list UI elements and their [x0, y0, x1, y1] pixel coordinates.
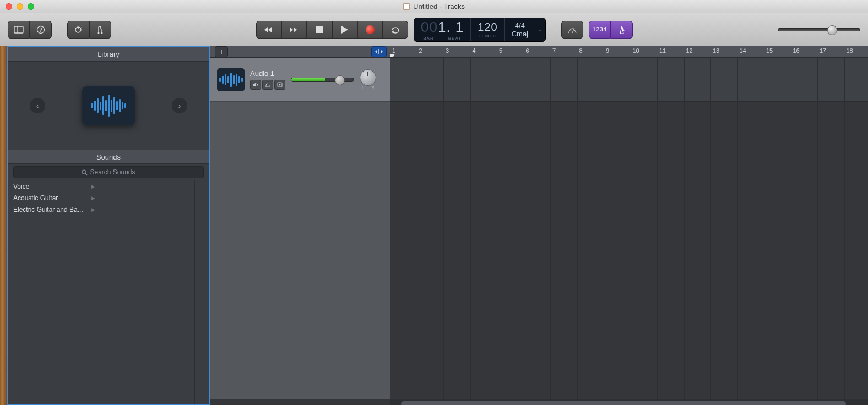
track-headers-empty — [210, 102, 390, 399]
ruler-bar-number: 16 — [793, 47, 800, 54]
track-volume-meter — [291, 78, 326, 81]
svg-rect-0 — [14, 26, 23, 33]
gridline — [470, 58, 471, 399]
document-icon — [403, 3, 410, 10]
ruler-bar-number: 12 — [686, 47, 693, 54]
ruler-bar-number: 1 — [392, 47, 395, 54]
gridline — [417, 58, 417, 399]
horizontal-scrollbar-thumb[interactable] — [401, 401, 846, 405]
lcd-bar-dim: 00 — [421, 19, 438, 35]
gridline — [684, 58, 685, 399]
timeline-ruler[interactable]: 123456789101112131415161718 — [390, 46, 868, 57]
main-toolbar: ? 001. 1 BARBEAT 120 TEMPO 4/4 Cmaj — [0, 13, 868, 46]
master-volume-thumb[interactable] — [827, 25, 837, 35]
gridline — [497, 58, 497, 399]
library-toggle-button[interactable] — [8, 21, 30, 39]
record-icon — [366, 25, 375, 34]
ruler-bar-number: 10 — [633, 47, 639, 54]
track-header[interactable]: Audio 1 L R — [210, 58, 390, 102]
cycle-button[interactable] — [383, 21, 408, 39]
library-prev-button[interactable]: ‹ — [30, 98, 45, 113]
library-header: Library — [8, 47, 209, 62]
ruler-bar-number: 15 — [766, 47, 773, 54]
track-volume-slider[interactable] — [291, 78, 354, 82]
horizontal-scrollbar[interactable] — [390, 399, 868, 405]
svg-line-6 — [75, 28, 76, 28]
library-category-item[interactable]: Voice▶ — [8, 180, 101, 192]
pan-label: L R — [360, 86, 378, 90]
track-volume-thumb[interactable] — [335, 75, 345, 85]
search-sounds-input[interactable]: Search Sounds — [13, 166, 204, 178]
window-title-text: Untitled - Tracks — [413, 2, 465, 10]
gridline — [524, 58, 524, 399]
close-window-button[interactable] — [6, 3, 12, 10]
catch-playhead-button[interactable] — [371, 46, 387, 57]
pan-knob[interactable] — [360, 69, 376, 86]
ruler-bar-number: 5 — [499, 47, 502, 54]
library-next-button[interactable]: › — [172, 98, 187, 113]
svg-point-19 — [279, 84, 281, 86]
ruler-bar-number: 18 — [847, 47, 853, 54]
library-preview: ‹ › — [8, 62, 209, 150]
editors-button[interactable] — [89, 21, 111, 39]
lcd-beat-label: BEAT — [448, 36, 462, 41]
svg-text:?: ? — [39, 27, 42, 33]
search-placeholder: Search Sounds — [90, 168, 135, 176]
maximize-window-button[interactable] — [28, 3, 34, 10]
ruler-bar-number: 11 — [659, 47, 666, 54]
track-name[interactable]: Audio 1 — [250, 69, 285, 78]
rewind-button[interactable] — [256, 21, 281, 39]
svg-point-9 — [101, 32, 103, 34]
arrange-area[interactable] — [390, 58, 868, 399]
window-titlebar: Untitled - Tracks — [0, 0, 868, 13]
library-category-item[interactable]: Electric Guitar and Ba...▶ — [8, 204, 101, 215]
ruler-bar-number: 13 — [713, 47, 719, 54]
metronome-button[interactable] — [611, 21, 633, 39]
quick-help-button[interactable]: ? — [30, 21, 52, 39]
count-in-button[interactable]: 1234 — [589, 21, 611, 39]
gridline — [844, 58, 845, 399]
lcd-key[interactable]: Cmaj — [512, 30, 528, 38]
ruler-bar-number: 3 — [446, 47, 449, 54]
svg-rect-10 — [316, 26, 323, 33]
waveform-icon — [91, 95, 126, 117]
tuner-button[interactable] — [561, 21, 583, 39]
ruler-bar-number: 8 — [579, 47, 583, 54]
track-headers-column: Audio 1 L R — [210, 58, 390, 399]
gridline — [550, 58, 551, 399]
minimize-window-button[interactable] — [17, 3, 23, 10]
stop-button[interactable] — [307, 21, 332, 39]
mute-button[interactable] — [250, 80, 261, 90]
record-button[interactable] — [357, 21, 383, 39]
ruler-bar-number: 2 — [419, 47, 422, 54]
ruler-bar-number: 7 — [552, 47, 556, 54]
lcd-timesig[interactable]: 4/4 — [515, 21, 525, 30]
svg-point-13 — [82, 170, 86, 174]
input-monitor-button[interactable] — [274, 80, 285, 90]
forward-button[interactable] — [281, 21, 307, 39]
play-button[interactable] — [332, 21, 357, 39]
arrange-track-lane[interactable] — [390, 58, 868, 102]
library-panel: Library ‹ › Sounds Search Sounds Voice▶A… — [7, 46, 210, 405]
ruler-bar-number: 6 — [526, 47, 529, 54]
lcd-bar-value: 1. 1 — [438, 19, 464, 35]
ruler-bar-number: 9 — [606, 47, 609, 54]
library-patch-thumbnail[interactable] — [82, 86, 135, 125]
ruler-bar-number: 4 — [473, 47, 476, 54]
library-category-item[interactable]: Acoustic Guitar▶ — [8, 192, 101, 204]
gridline — [390, 58, 390, 399]
lcd-display[interactable]: 001. 1 BARBEAT 120 TEMPO 4/4 Cmaj ⌄ — [414, 18, 546, 42]
sounds-header: Sounds — [8, 150, 209, 164]
solo-button[interactable] — [262, 80, 273, 90]
add-track-button[interactable]: + — [215, 46, 228, 57]
smart-controls-button[interactable] — [67, 21, 89, 39]
master-volume-slider[interactable] — [778, 28, 860, 31]
lcd-bar-label: BAR — [423, 36, 433, 41]
wood-side-panel — [0, 46, 7, 405]
lcd-dropdown[interactable]: ⌄ — [535, 18, 545, 41]
gridline — [737, 58, 738, 399]
lcd-tempo-value[interactable]: 120 — [478, 21, 497, 34]
playhead[interactable] — [390, 54, 395, 57]
tracks-header-bar: + 123456789101112131415161718 — [210, 46, 868, 58]
gridline — [631, 58, 631, 399]
